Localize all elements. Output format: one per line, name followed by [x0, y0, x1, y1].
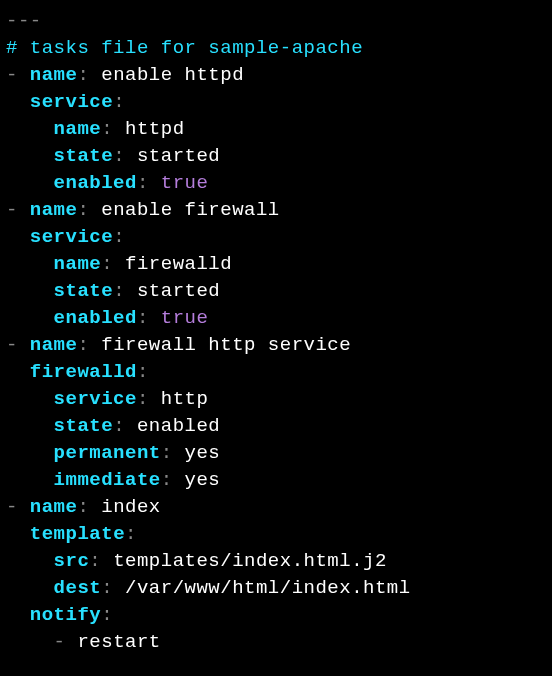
key-enabled: enabled [54, 307, 137, 329]
key-name: name [54, 253, 102, 275]
key-name: name [30, 496, 78, 518]
task1-enabled: true [161, 172, 209, 194]
key-service: service [54, 388, 137, 410]
key-state: state [54, 280, 114, 302]
key-permanent: permanent [54, 442, 161, 464]
task3-name-value: firewall http service [101, 334, 351, 356]
comment-line: # tasks file for sample-apache [6, 37, 363, 59]
key-state: state [54, 145, 114, 167]
task1-name-value: enable httpd [101, 64, 244, 86]
task2-name-value: enable firewall [101, 199, 280, 221]
task4-src: templates/index.html.j2 [113, 550, 387, 572]
task2-enabled: true [161, 307, 209, 329]
task4-notify: restart [77, 631, 160, 653]
task3-state: enabled [137, 415, 220, 437]
key-name: name [30, 64, 78, 86]
key-state: state [54, 415, 114, 437]
key-name: name [30, 334, 78, 356]
key-notify: notify [30, 604, 101, 626]
key-immediate: immediate [54, 469, 161, 491]
key-enabled: enabled [54, 172, 137, 194]
task2-svc-name: firewalld [125, 253, 232, 275]
task4-dest: /var/www/html/index.html [125, 577, 411, 599]
key-service: service [30, 91, 113, 113]
yaml-code-block: --- # tasks file for sample-apache - nam… [0, 0, 552, 664]
task1-svc-name: httpd [125, 118, 185, 140]
key-name: name [30, 199, 78, 221]
doc-start: --- [6, 10, 42, 32]
task2-state: started [137, 280, 220, 302]
key-firewalld: firewalld [30, 361, 137, 383]
key-name: name [54, 118, 102, 140]
task4-name-value: index [101, 496, 161, 518]
task3-svc: http [161, 388, 209, 410]
key-dest: dest [54, 577, 102, 599]
task3-imm: yes [185, 469, 221, 491]
task1-state: started [137, 145, 220, 167]
task3-perm: yes [185, 442, 221, 464]
key-src: src [54, 550, 90, 572]
key-template: template [30, 523, 125, 545]
key-service: service [30, 226, 113, 248]
